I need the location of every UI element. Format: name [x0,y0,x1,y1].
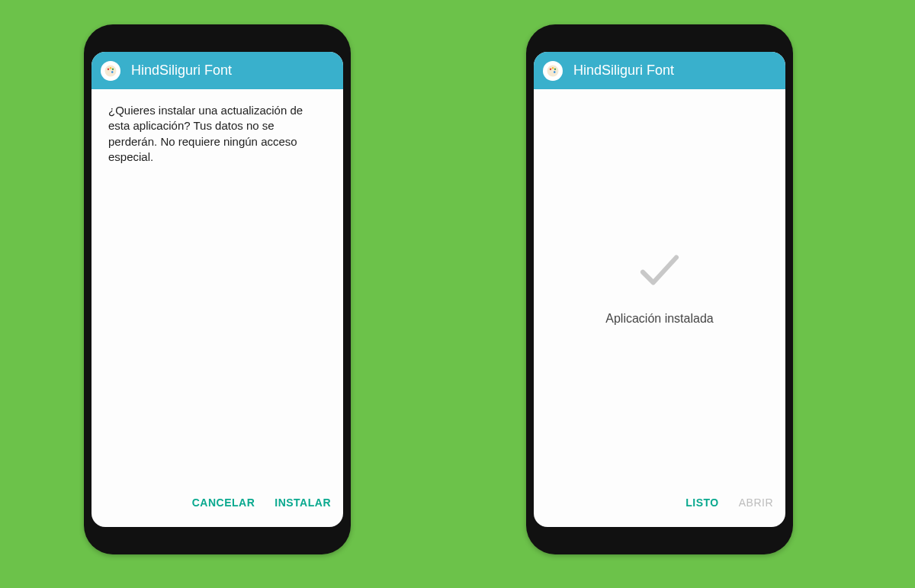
button-row-left: CANCELAR INSTALAR [92,481,343,527]
svg-point-4 [111,71,113,72]
app-icon [101,61,120,81]
stage: HindSiliguri Font ¿Quieres instalar una … [0,0,915,588]
svg-point-8 [554,68,556,69]
svg-point-9 [554,71,555,72]
cancel-button[interactable]: CANCELAR [192,496,255,509]
installed-text: Aplicación instalada [605,312,713,326]
palette-icon [104,64,117,78]
check-icon [634,245,685,295]
install-button[interactable]: INSTALAR [274,496,331,509]
svg-point-0 [105,65,117,76]
open-button: ABRIR [739,496,773,509]
appbar-title-right: HindSiliguri Font [573,63,674,79]
installed-body: Aplicación instalada [534,89,785,481]
appbar-left: HindSiliguri Font [92,52,343,89]
screen-right: HindSiliguri Font Aplicación instalada L… [534,52,785,527]
install-prompt-text: ¿Quieres instalar una actualización de e… [108,104,303,163]
screen-left: HindSiliguri Font ¿Quieres instalar una … [92,52,343,527]
button-row-right: LISTO ABRIR [534,481,785,527]
palette-icon [546,64,560,78]
svg-point-5 [547,65,559,76]
appbar-title-left: HindSiliguri Font [131,63,232,79]
done-button[interactable]: LISTO [685,496,718,509]
svg-point-1 [108,68,109,69]
svg-point-6 [550,68,551,69]
app-icon [543,61,563,81]
svg-point-7 [552,67,554,69]
phone-frame-right: HindSiliguri Font Aplicación instalada L… [526,24,793,554]
phone-frame-left: HindSiliguri Font ¿Quieres instalar una … [84,24,351,554]
svg-point-2 [110,67,111,69]
install-prompt-body: ¿Quieres instalar una actualización de e… [92,89,343,481]
svg-point-3 [112,68,114,69]
appbar-right: HindSiliguri Font [534,52,785,89]
